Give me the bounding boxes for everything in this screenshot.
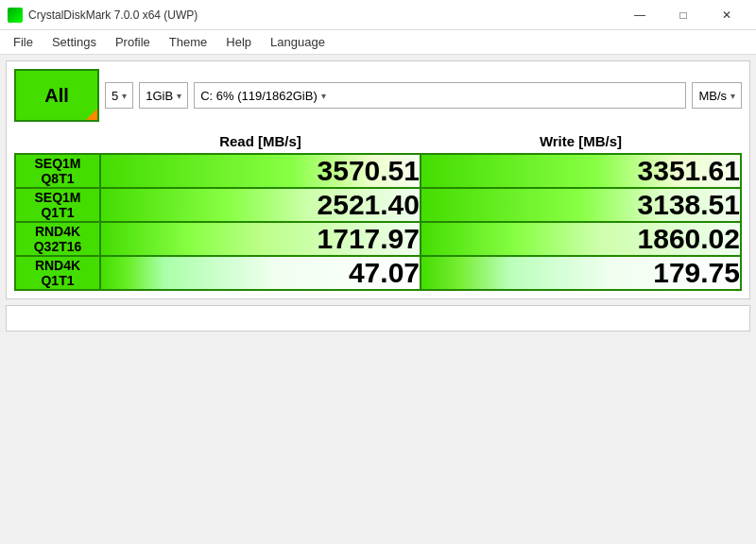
unit-value: MB/s	[698, 89, 727, 103]
col-header-read: Read [MB/s]	[100, 129, 421, 154]
row4-write-cell: 179.75	[421, 256, 741, 290]
row1-write-value: 3351.61	[638, 155, 740, 186]
col-header-write: Write [MB/s]	[421, 129, 741, 154]
close-button[interactable]: ✕	[705, 0, 748, 30]
menu-settings[interactable]: Settings	[43, 32, 106, 52]
table-row: RND4KQ32T16 1717.97 1860.02	[15, 222, 741, 256]
row4-read-value: 47.07	[349, 257, 420, 288]
row3-read-value: 1717.97	[318, 223, 420, 254]
row1-label: SEQ1MQ8T1	[15, 154, 100, 188]
row2-label: SEQ1MQ1T1	[15, 188, 100, 222]
menu-theme[interactable]: Theme	[160, 32, 216, 52]
unit-dropdown[interactable]: MB/s ▾	[692, 82, 742, 109]
row3-label: RND4KQ32T16	[15, 222, 100, 256]
row4-write-value: 179.75	[653, 257, 740, 288]
minimize-button[interactable]: —	[618, 0, 662, 30]
status-bar	[6, 305, 750, 332]
drive-dropdown[interactable]: C: 6% (119/1862GiB) ▾	[194, 82, 686, 109]
maximize-button[interactable]: □	[662, 0, 705, 30]
row2-write-cell: 3138.51	[421, 188, 741, 222]
window-controls: — □ ✕	[618, 0, 748, 30]
drive-arrow-icon: ▾	[321, 91, 326, 101]
row3-read-cell: 1717.97	[100, 222, 421, 256]
menu-file[interactable]: File	[4, 32, 43, 52]
row2-read-cell: 2521.40	[100, 188, 421, 222]
table-header-row: Read [MB/s] Write [MB/s]	[15, 129, 741, 154]
runs-arrow-icon: ▾	[122, 91, 127, 101]
runs-value: 5	[112, 89, 118, 103]
row2-read-value: 2521.40	[318, 189, 420, 220]
size-value: 1GiB	[146, 89, 173, 103]
app-icon	[8, 8, 23, 23]
main-content: All 5 ▾ 1GiB ▾ C: 6% (119/1862GiB) ▾ MB/…	[6, 60, 750, 299]
drive-value: C: 6% (119/1862GiB)	[200, 89, 318, 103]
row2-write-value: 3138.51	[638, 189, 740, 220]
menu-profile[interactable]: Profile	[106, 32, 160, 52]
window-title: CrystalDiskMark 7.0.0 x64 (UWP)	[28, 8, 198, 22]
controls-row: All 5 ▾ 1GiB ▾ C: 6% (119/1862GiB) ▾ MB/…	[14, 69, 742, 122]
table-row: RND4KQ1T1 47.07 179.75	[15, 256, 741, 290]
runs-dropdown[interactable]: 5 ▾	[105, 82, 133, 109]
benchmark-table: Read [MB/s] Write [MB/s] SEQ1MQ8T1 3570.…	[14, 129, 742, 291]
row1-write-cell: 3351.61	[421, 154, 741, 188]
size-arrow-icon: ▾	[177, 91, 181, 101]
all-button[interactable]: All	[14, 69, 99, 122]
row4-label: RND4KQ1T1	[15, 256, 100, 290]
row1-read-value: 3570.51	[318, 155, 420, 186]
row3-write-cell: 1860.02	[421, 222, 741, 256]
unit-arrow-icon: ▾	[730, 91, 735, 101]
menu-help[interactable]: Help	[216, 32, 261, 52]
table-row: SEQ1MQ8T1 3570.51 3351.61	[15, 154, 741, 188]
col-header-label	[15, 129, 100, 154]
title-bar: CrystalDiskMark 7.0.0 x64 (UWP) — □ ✕	[0, 0, 756, 30]
row3-write-value: 1860.02	[638, 223, 740, 254]
menu-bar: File Settings Profile Theme Help Languag…	[0, 30, 756, 55]
menu-language[interactable]: Language	[261, 32, 335, 52]
row1-read-cell: 3570.51	[100, 154, 421, 188]
row4-read-cell: 47.07	[100, 256, 421, 290]
table-row: SEQ1MQ1T1 2521.40 3138.51	[15, 188, 741, 222]
size-dropdown[interactable]: 1GiB ▾	[139, 82, 188, 109]
